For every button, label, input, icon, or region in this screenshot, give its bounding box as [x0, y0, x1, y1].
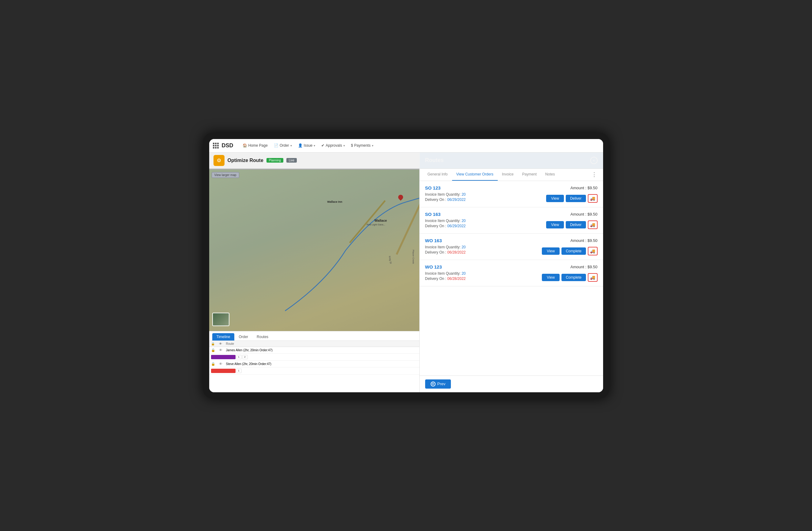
- tab-view-customer-orders[interactable]: View Customer Orders: [452, 168, 498, 181]
- order-icon: 📄: [274, 143, 278, 148]
- view-larger-map-button[interactable]: View larger map: [212, 172, 239, 178]
- truck-button-so123[interactable]: 🚚: [588, 194, 598, 203]
- order-id-so123: SO 123: [425, 185, 441, 191]
- order-qty-row-wo123: Invoice Item Quantity: 20: [425, 271, 542, 276]
- order-qty-value-wo123: 20: [462, 271, 466, 276]
- order-id-wo163: WO 163: [425, 238, 442, 243]
- tab-order[interactable]: Order: [234, 333, 252, 340]
- nav-approvals-label: Approvals: [325, 143, 342, 148]
- order-delivery-label-so123: Delivery On : 06/29/2022: [425, 197, 466, 202]
- orders-list: SO 123 Amount : $9.50 Invoice Item Quant…: [420, 181, 603, 375]
- bar-num-1: 1: [236, 355, 242, 359]
- routes-tabs: General Info View Customer Orders Invoic…: [420, 168, 603, 181]
- truck-button-wo163[interactable]: 🚚: [588, 247, 598, 255]
- order-delivery-value-wo163: 06/28/2022: [447, 250, 466, 254]
- deliver-button-so163[interactable]: Deliver: [566, 221, 586, 228]
- order-meta-left-wo163: Invoice Item Quantity: 20 Delivery On : …: [425, 245, 542, 255]
- order-meta-left-wo123: Invoice Item Quantity: 20 Delivery On : …: [425, 271, 542, 282]
- order-item-so163: SO 163 Amount : $9.50 Invoice Item Quant…: [420, 207, 603, 234]
- order-amount-so163: Amount : $9.50: [570, 212, 597, 217]
- payments-chevron: ▾: [372, 144, 373, 147]
- routes-panel: Routes × General Info View Customer Orde…: [419, 152, 603, 392]
- col-eye: 👁: [217, 341, 224, 347]
- badge-live: Live: [286, 158, 297, 163]
- nav-order[interactable]: 📄 Order ▾: [271, 139, 295, 152]
- order-id-wo123: WO 123: [425, 264, 442, 269]
- tab-payment[interactable]: Payment: [518, 168, 541, 181]
- device-frame: DSD 🏠 Home Page 📄 Order ▾ 👤 Issue ▾ ✔ Ap…: [203, 133, 609, 398]
- bar-num-2: 2: [242, 355, 248, 359]
- order-qty-value-so123: 20: [462, 192, 466, 196]
- order-qty-label-so123: Invoice Item Quantity: 20: [425, 192, 466, 196]
- truck-icon-so123: 🚚: [590, 196, 595, 201]
- approvals-chevron: ▾: [343, 144, 345, 147]
- order-meta-so163: Invoice Item Quantity: 20 Delivery On : …: [425, 219, 598, 229]
- approvals-icon: ✔: [321, 143, 324, 148]
- top-nav: DSD 🏠 Home Page 📄 Order ▾ 👤 Issue ▾ ✔ Ap…: [209, 139, 603, 152]
- order-delivery-row-wo123: Delivery On : 06/28/2022: [425, 277, 542, 281]
- deliver-button-so123[interactable]: Deliver: [566, 195, 586, 202]
- col-lock: 🔒: [209, 341, 217, 347]
- order-delivery-row-wo163: Delivery On : 06/28/2022: [425, 250, 542, 254]
- truck-icon-wo163: 🚚: [590, 249, 595, 253]
- order-amount-so123: Amount : $9.50: [570, 186, 597, 190]
- order-qty-row-so163: Invoice Item Quantity: 20: [425, 219, 547, 223]
- order-delivery-label-so163: Delivery On : 06/29/2022: [425, 224, 466, 228]
- main-content: ⊙ Optimize Route Planning Live: [209, 152, 603, 392]
- nav-payments[interactable]: $ Payments ▾: [348, 139, 376, 152]
- complete-button-wo123[interactable]: Complete: [562, 274, 586, 281]
- order-actions-wo163: View Complete 🚚: [542, 247, 597, 255]
- order-amount-wo123: Amount : $9.50: [570, 265, 597, 269]
- view-button-wo123[interactable]: View: [542, 274, 560, 281]
- nav-order-label: Order: [280, 143, 289, 148]
- order-qty-label-wo163: Invoice Item Quantity: 20: [425, 245, 466, 249]
- prev-label: Prev: [437, 382, 446, 386]
- order-top-wo123: WO 123 Amount : $9.50: [425, 264, 598, 269]
- view-button-so123[interactable]: View: [546, 195, 564, 202]
- nav-issue[interactable]: 👤 Issue ▾: [295, 139, 319, 152]
- badge-planning: Planning: [266, 158, 283, 163]
- more-options-button[interactable]: ⋮: [589, 169, 599, 180]
- truck-button-so163[interactable]: 🚚: [588, 221, 598, 229]
- order-qty-row-so123: Invoice Item Quantity: 20: [425, 192, 547, 196]
- order-delivery-label-wo163: Delivery On : 06/28/2022: [425, 250, 466, 254]
- home-icon: 🏠: [243, 143, 247, 148]
- order-qty-value-so163: 20: [462, 219, 466, 223]
- tab-invoice[interactable]: Invoice: [498, 168, 518, 181]
- bar-red-2: [211, 369, 235, 373]
- tab-notes[interactable]: Notes: [541, 168, 559, 181]
- nav-home-label: Home Page: [248, 143, 268, 148]
- order-item-wo163: WO 163 Amount : $9.50 Invoice Item Quant…: [420, 234, 603, 260]
- order-qty-value-wo163: 20: [462, 245, 466, 249]
- bar-purple-1: [211, 355, 235, 359]
- order-top-so163: SO 163 Amount : $9.50: [425, 211, 598, 217]
- view-button-wo163[interactable]: View: [542, 248, 560, 255]
- order-qty-label-so163: Invoice Item Quantity: 20: [425, 219, 466, 223]
- nav-brand: DSD: [222, 143, 233, 149]
- order-delivery-value-wo123: 06/28/2022: [447, 277, 466, 281]
- nav-issue-label: Issue: [304, 143, 313, 148]
- view-button-so163[interactable]: View: [546, 221, 564, 228]
- eye-icon-1: 👁: [219, 348, 222, 352]
- tab-routes[interactable]: Routes: [252, 333, 273, 340]
- order-item-wo123: WO 123 Amount : $9.50 Invoice Item Quant…: [420, 260, 603, 286]
- order-meta-left-so123: Invoice Item Quantity: 20 Delivery On : …: [425, 192, 547, 203]
- eye-icon-2: 👁: [219, 362, 222, 366]
- nav-home[interactable]: 🏠 Home Page: [240, 139, 271, 152]
- prev-circle-icon: ⊕: [431, 382, 436, 386]
- tab-timeline[interactable]: Timeline: [212, 333, 235, 340]
- order-meta-wo163: Invoice Item Quantity: 20 Delivery On : …: [425, 245, 598, 255]
- prev-button[interactable]: ⊕ Prev: [425, 380, 451, 388]
- truck-button-wo123[interactable]: 🚚: [588, 273, 598, 282]
- truck-icon-wo123: 🚚: [590, 275, 595, 280]
- order-actions-so123: View Deliver 🚚: [546, 194, 597, 203]
- lock-icon-2: 🔒: [211, 362, 215, 366]
- nav-approvals[interactable]: ✔ Approvals ▾: [318, 139, 348, 152]
- order-meta-left-so163: Invoice Item Quantity: 20 Delivery On : …: [425, 219, 547, 229]
- order-chevron: ▾: [290, 144, 292, 147]
- order-actions-so163: View Deliver 🚚: [546, 221, 597, 229]
- tab-general-info[interactable]: General Info: [423, 168, 452, 181]
- complete-button-wo163[interactable]: Complete: [562, 248, 586, 255]
- device-inner: DSD 🏠 Home Page 📄 Order ▾ 👤 Issue ▾ ✔ Ap…: [209, 139, 603, 392]
- order-amount-wo163: Amount : $9.50: [570, 238, 597, 243]
